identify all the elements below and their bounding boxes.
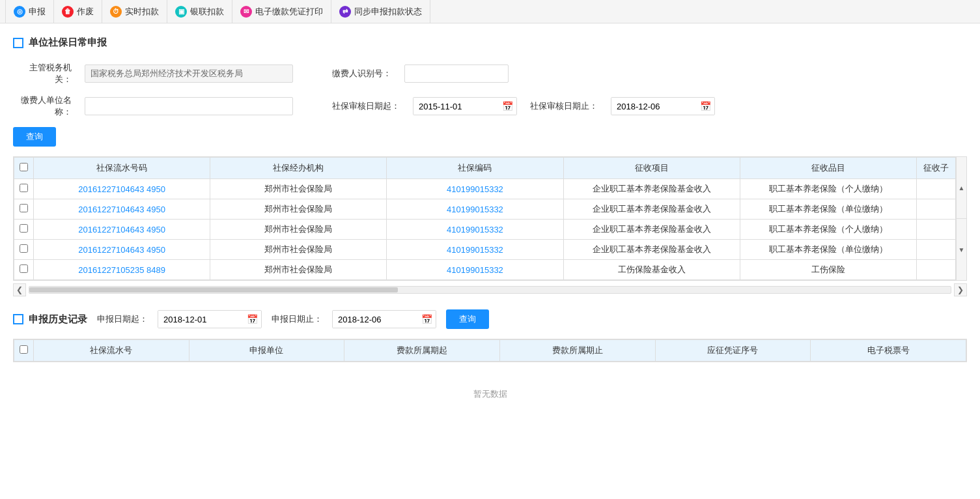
section1-form: 主管税务机关： 缴费人识别号： 缴费人单位名称： 社保审核日期起： 📅 社保审核… xyxy=(13,62,967,147)
table-cell: 郑州市社会保险局 xyxy=(210,260,387,280)
toolbar-realtime-label: 实时扣款 xyxy=(125,6,159,18)
vertical-scrollbar[interactable]: ▲ ▼ xyxy=(956,157,966,280)
table-cell: 职工基本养老保险（个人缴纳） xyxy=(740,220,916,240)
section2-date-to-icon[interactable]: 📅 xyxy=(417,311,436,328)
section1-title-text: 单位社保日常申报 xyxy=(29,36,107,49)
form-row-2: 缴费人单位名称： 社保审核日期起： 📅 社保审核日期止： 📅 xyxy=(13,94,967,118)
section1-title: 单位社保日常申报 xyxy=(13,36,967,49)
main-content: 单位社保日常申报 主管税务机关： 缴费人识别号： 缴费人单位名称： 社保审核日期… xyxy=(0,23,980,499)
date-to-icon[interactable]: 📅 xyxy=(696,98,714,115)
tax-office-label: 主管税务机关： xyxy=(13,62,72,85)
scroll-up-arrow[interactable]: ▲ xyxy=(957,157,966,219)
toolbar-unionpay[interactable]: ▣ 银联扣款 xyxy=(167,0,232,23)
print-icon: ✉ xyxy=(240,6,252,18)
section2-table-wrapper: 社保流水号 申报单位 费款所属期起 费款所属期止 应征凭证序号 电子税票号 xyxy=(13,339,967,362)
row-checkbox[interactable] xyxy=(20,204,28,212)
payer-name-input[interactable] xyxy=(85,97,293,115)
date-from-label: 社保审核日期起： xyxy=(332,100,400,112)
date-from-wrap[interactable]: 📅 xyxy=(413,97,517,115)
section2-date-to-input[interactable] xyxy=(333,311,417,328)
date-to-wrap[interactable]: 📅 xyxy=(611,97,715,115)
select-all-checkbox-2[interactable] xyxy=(20,345,28,354)
section2-title-text: 申报历史记录 xyxy=(29,313,87,326)
table-row[interactable]: 20161227104643 4950郑州市社会保险局410199015332企… xyxy=(14,199,956,220)
apply-icon: ◎ xyxy=(14,6,25,18)
table-cell: 410199015332 xyxy=(387,220,563,240)
col-sub: 征收子 xyxy=(917,158,956,179)
horiz-scrollbar[interactable] xyxy=(29,286,951,294)
toolbar-apply[interactable]: ◎ 申报 xyxy=(5,0,54,23)
toolbar-sync-label: 同步申报扣款状态 xyxy=(354,6,422,18)
section2-date-to-label: 申报日期止： xyxy=(272,313,322,325)
col-check xyxy=(14,158,34,179)
table-cell: 郑州市社会保险局 xyxy=(210,240,387,260)
section1-table-wrapper: 社保流水号码 社保经办机构 社保编码 征收项目 征收品目 征收子 2016122… xyxy=(13,156,967,281)
section2-date-from-input[interactable] xyxy=(158,311,243,328)
table-cell: 410199015332 xyxy=(387,260,563,280)
col2-check xyxy=(14,340,34,362)
horiz-left-arrow[interactable]: ❮ xyxy=(13,283,26,296)
date-from-icon[interactable]: 📅 xyxy=(498,98,516,115)
section1-table-section: 社保流水号码 社保经办机构 社保编码 征收项目 征收品目 征收子 2016122… xyxy=(13,156,967,296)
select-all-checkbox[interactable] xyxy=(20,163,28,171)
table-cell: 郑州市社会保险局 xyxy=(210,220,387,240)
tax-office-input[interactable] xyxy=(85,64,293,83)
toolbar-apply-label: 申报 xyxy=(29,6,46,18)
col-category: 征收项目 xyxy=(563,158,740,179)
col2-period-to: 费款所属期止 xyxy=(499,340,655,362)
table-cell xyxy=(917,260,956,280)
horiz-right-arrow[interactable]: ❯ xyxy=(954,283,967,296)
row-checkbox[interactable] xyxy=(20,184,28,192)
toolbar-print[interactable]: ✉ 电子缴款凭证打印 xyxy=(232,0,331,23)
date-to-input[interactable] xyxy=(611,98,696,115)
table-cell: 工伤保险基金收入 xyxy=(563,260,740,280)
section2-date-from-icon[interactable]: 📅 xyxy=(243,311,261,328)
toolbar-discard[interactable]: 🗑 作废 xyxy=(54,0,102,23)
table-cell xyxy=(917,240,956,260)
row-checkbox[interactable] xyxy=(20,264,28,273)
payer-name-label: 缴费人单位名称： xyxy=(13,94,72,118)
toolbar-realtime[interactable]: ⏱ 实时扣款 xyxy=(102,0,167,23)
row-checkbox[interactable] xyxy=(20,244,28,253)
date-from-input[interactable] xyxy=(413,98,498,115)
toolbar-sync[interactable]: ⇄ 同步申报扣款状态 xyxy=(331,0,430,23)
section2-query-button[interactable]: 查询 xyxy=(446,309,489,329)
col2-cert-no: 应征凭证序号 xyxy=(655,340,811,362)
section2-date-to-wrap[interactable]: 📅 xyxy=(332,310,436,328)
table-row[interactable]: 20161227104643 4950郑州市社会保险局410199015332企… xyxy=(14,220,956,240)
row-checkbox[interactable] xyxy=(20,224,28,233)
table-cell: 职工基本养老保险（单位缴纳） xyxy=(740,199,916,220)
section1-query-button[interactable]: 查询 xyxy=(13,127,56,147)
section1-table: 社保流水号码 社保经办机构 社保编码 征收项目 征收品目 征收子 2016122… xyxy=(14,157,956,280)
section2-title: 申报历史记录 xyxy=(13,313,87,326)
table-row[interactable]: 20161227104643 4950郑州市社会保险局410199015332企… xyxy=(14,240,956,260)
section2-table-header: 社保流水号 申报单位 费款所属期起 费款所属期止 应征凭证序号 电子税票号 xyxy=(14,340,966,362)
toolbar-discard-label: 作废 xyxy=(77,6,94,18)
section2-table: 社保流水号 申报单位 费款所属期起 费款所属期止 应征凭证序号 电子税票号 xyxy=(14,339,966,362)
section2-header: 申报历史记录 申报日期起： 📅 申报日期止： 📅 查询 xyxy=(13,309,967,329)
table-cell: 410199015332 xyxy=(387,179,563,199)
table-cell: 20161227104643 4950 xyxy=(34,240,210,260)
section1-title-icon xyxy=(13,38,23,48)
table-cell: 企业职工基本养老保险基金收入 xyxy=(563,179,740,199)
table-cell: 企业职工基本养老保险基金收入 xyxy=(563,240,740,260)
section2-date-from-wrap[interactable]: 📅 xyxy=(158,310,262,328)
toolbar: ◎ 申报 🗑 作废 ⏱ 实时扣款 ▣ 银联扣款 ✉ 电子缴款凭证打印 ⇄ 同步申… xyxy=(0,0,980,23)
scroll-down-arrow[interactable]: ▼ xyxy=(957,219,966,280)
table-row[interactable]: 20161227104643 4950郑州市社会保险局410199015332企… xyxy=(14,179,956,199)
sync-icon: ⇄ xyxy=(339,6,351,18)
horizontal-nav: ❮ ❯ xyxy=(13,283,967,296)
table-cell xyxy=(917,179,956,199)
horiz-scrollbar-thumb xyxy=(29,287,398,292)
table-cell: 企业职工基本养老保险基金收入 xyxy=(563,220,740,240)
table-cell xyxy=(917,220,956,240)
unionpay-icon: ▣ xyxy=(175,6,187,18)
payer-id-input[interactable] xyxy=(404,64,509,83)
table-cell: 20161227104643 4950 xyxy=(34,179,210,199)
realtime-icon: ⏱ xyxy=(110,6,122,18)
col-item: 征收品目 xyxy=(740,158,916,179)
section2-title-icon xyxy=(13,314,23,324)
table-cell: 职工基本养老保险（单位缴纳） xyxy=(740,240,916,260)
table-row[interactable]: 20161227105235 8489郑州市社会保险局410199015332工… xyxy=(14,260,956,280)
section2-date-from-label: 申报日期起： xyxy=(97,313,148,325)
